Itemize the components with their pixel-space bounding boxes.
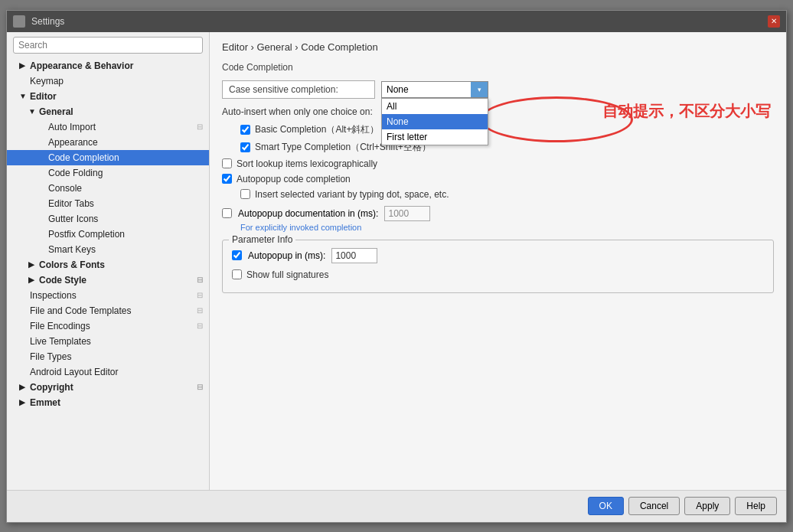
autopopup-checkbox[interactable] (222, 174, 232, 184)
apply-button[interactable]: Apply (684, 497, 730, 515)
sidebar-item-appearance-behavior[interactable]: ▶ Appearance & Behavior (7, 58, 209, 73)
sidebar-item-label: File Types (30, 351, 71, 362)
sidebar-item-label: Code Style (39, 275, 86, 286)
sidebar-item-appearance[interactable]: Appearance (7, 135, 209, 150)
show-full-signatures-checkbox[interactable] (232, 269, 242, 279)
collapse-arrow: ▼ (28, 107, 36, 116)
no-arrow (38, 138, 45, 146)
no-arrow (19, 306, 27, 315)
collapse-arrow: ▼ (19, 92, 27, 100)
page-icon: ⊟ (197, 306, 203, 315)
sidebar-item-keymap[interactable]: Keymap (7, 73, 209, 89)
help-button[interactable]: Help (735, 497, 777, 515)
dropdown-container[interactable]: None ▾ (381, 81, 488, 98)
no-arrow (38, 153, 45, 162)
no-arrow (19, 352, 27, 361)
autopopup-in-ms-checkbox[interactable] (232, 250, 242, 260)
collapse-arrow: ▶ (19, 61, 27, 70)
search-input[interactable] (13, 37, 203, 54)
sidebar-item-label: File Encodings (30, 321, 90, 331)
sidebar-item-general[interactable]: ▼ General (7, 104, 209, 119)
case-sensitive-label: Case sensitive completion: (222, 80, 375, 99)
sidebar-item-auto-import[interactable]: Auto Import ⊟ (7, 119, 209, 135)
no-arrow (38, 214, 45, 223)
sidebar-item-copyright[interactable]: ▶ Copyright ⊟ (7, 380, 209, 395)
dropdown-menu: All None First letter (381, 98, 488, 145)
sidebar-item-label: Appearance & Behavior (30, 60, 133, 71)
settings-window: Settings ✕ ▶ Appearance & Behavior Keyma… (6, 10, 787, 523)
titlebar-left: Settings (13, 15, 64, 28)
autopopup-in-ms-row: Autopopup in (ms): (232, 248, 764, 263)
sidebar-item-postfix-completion[interactable]: Postfix Completion (7, 227, 209, 242)
autopopup-docs-value[interactable] (384, 206, 430, 221)
dropdown-option-none[interactable]: None (382, 114, 488, 129)
breadcrumb: Editor › General › Code Completion (222, 41, 774, 53)
app-icon (13, 15, 25, 28)
sidebar-item-colors-fonts[interactable]: ▶ Colors & Fonts (7, 257, 209, 273)
no-arrow (38, 168, 45, 177)
page-icon: ⊟ (197, 291, 203, 299)
no-arrow (19, 291, 27, 299)
sidebar-item-file-encodings[interactable]: File Encodings ⊟ (7, 318, 209, 334)
sidebar-item-android-layout-editor[interactable]: Android Layout Editor (7, 364, 209, 380)
autopopup-in-ms-label: Autopopup in (ms): (248, 250, 325, 261)
collapse-arrow: ▶ (19, 398, 27, 406)
no-arrow (19, 77, 27, 85)
basic-completion-checkbox[interactable] (240, 125, 250, 135)
no-arrow (38, 184, 45, 192)
content-area: ▶ Appearance & Behavior Keymap ▼ Editor … (7, 32, 786, 490)
sidebar-item-label: Android Layout Editor (30, 367, 118, 377)
autopopup-docs-checkbox[interactable] (222, 208, 232, 218)
sidebar-item-label: Copyright (30, 382, 73, 393)
show-full-signatures-label: Show full signatures (246, 269, 328, 280)
sidebar-item-code-completion[interactable]: Code Completion (7, 150, 209, 165)
case-sensitive-row: Case sensitive completion: None ▾ All No… (222, 80, 774, 99)
autopopup-docs-row: Autopopup documentation in (ms): (222, 206, 774, 221)
no-arrow (19, 337, 27, 345)
sidebar-item-editor-tabs[interactable]: Editor Tabs (7, 196, 209, 211)
collapse-arrow: ▶ (28, 260, 36, 269)
sidebar-item-console[interactable]: Console (7, 181, 209, 196)
sidebar-item-label: File and Code Templates (30, 305, 132, 316)
no-arrow (38, 122, 45, 131)
smart-type-row: Smart Type Completion（Ctrl+Shift+空格） (222, 141, 774, 154)
dropdown-option-first-letter[interactable]: First letter (382, 129, 488, 145)
insert-selected-row: Insert selected variant by typing dot, s… (222, 189, 774, 200)
sidebar-item-label: Editor Tabs (48, 198, 94, 209)
sidebar-item-emmet[interactable]: ▶ Emmet (7, 395, 209, 410)
dropdown-option-all[interactable]: All (382, 99, 488, 114)
titlebar: Settings ✕ (7, 11, 786, 32)
sidebar-item-inspections[interactable]: Inspections ⊟ (7, 288, 209, 303)
sidebar-item-label: Postfix Completion (48, 229, 125, 240)
sidebar-item-gutter-icons[interactable]: Gutter Icons (7, 211, 209, 227)
autopopup-in-ms-input[interactable] (331, 248, 377, 263)
close-button[interactable]: ✕ (768, 15, 780, 28)
page-icon: ⊟ (197, 383, 203, 391)
collapse-arrow: ▶ (19, 383, 27, 391)
sidebar-item-file-types[interactable]: File Types (7, 349, 209, 364)
sort-lookup-checkbox[interactable] (222, 158, 232, 168)
sidebar-item-label: Auto Import (48, 122, 96, 132)
cancel-button[interactable]: Cancel (628, 497, 680, 515)
smart-type-checkbox[interactable] (240, 142, 250, 152)
show-full-signatures-row: Show full signatures (232, 269, 764, 280)
section-title: Code Completion (222, 62, 774, 73)
ok-button[interactable]: OK (588, 497, 624, 515)
insert-selected-checkbox[interactable] (240, 189, 250, 199)
insert-selected-label: Insert selected variant by typing dot, s… (255, 189, 449, 200)
no-arrow (19, 321, 27, 330)
sidebar-item-code-folding[interactable]: Code Folding (7, 165, 209, 181)
sidebar-item-label: Emmet (30, 397, 60, 408)
autopopup-docs-hint: For explicitly invoked completion (240, 223, 774, 232)
sidebar-item-label: Smart Keys (48, 244, 96, 255)
sidebar-item-smart-keys[interactable]: Smart Keys (7, 242, 209, 257)
sidebar-item-live-templates[interactable]: Live Templates (7, 334, 209, 349)
window-title: Settings (31, 16, 64, 27)
no-arrow (38, 199, 45, 207)
sidebar-item-code-style[interactable]: ▶ Code Style ⊟ (7, 273, 209, 288)
sidebar-item-file-code-templates[interactable]: File and Code Templates ⊟ (7, 303, 209, 318)
sidebar-item-label: Keymap (30, 76, 64, 86)
sidebar-item-label: Colors & Fonts (39, 259, 105, 270)
sidebar-item-label: Console (48, 183, 82, 194)
sidebar-item-editor[interactable]: ▼ Editor (7, 89, 209, 104)
